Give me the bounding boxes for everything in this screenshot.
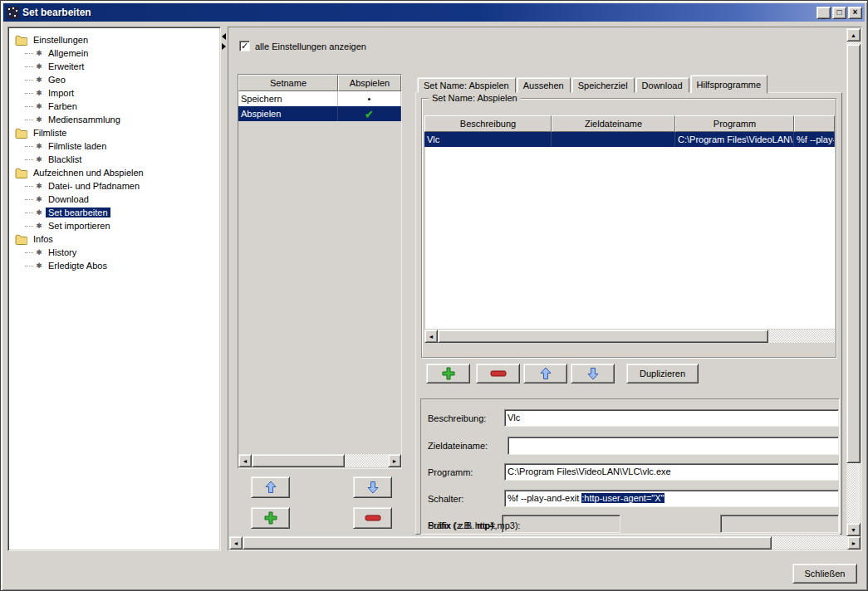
tree-label: Mediensammlung [46,115,123,125]
plus-icon [263,510,278,525]
program-move-up-button[interactable] [523,364,567,383]
set-row-abspielen[interactable]: Abspielen ✔ [238,106,401,121]
scrollbar-thumb[interactable] [846,44,861,463]
tab-download[interactable]: Download [635,77,689,93]
tree-label: Infos [31,234,56,244]
folder-icon [15,234,27,245]
scrollbar-thumb[interactable] [438,330,768,343]
column-header-setname[interactable]: Setname [238,75,338,91]
tree-node-allgemein[interactable]: ✱Allgemein [12,46,217,60]
set-move-down-button[interactable] [353,476,392,498]
main-hscrollbar[interactable]: ◄ ► [229,536,861,549]
tree-label: Erledigte Abos [46,261,110,271]
show-all-settings-checkbox[interactable]: ✓ [239,41,250,51]
titlebar[interactable]: Set bearbeiten _ □ × [3,3,865,22]
tree-node-filmliste-laden[interactable]: ✱Filmliste laden [12,139,217,153]
tree-node-geo[interactable]: ✱Geo [12,73,217,86]
scroll-up-icon[interactable]: ▲ [846,28,861,42]
column-header-zieldateiname[interactable]: Zieldateiname [552,115,675,132]
column-header-extra[interactable] [794,115,835,132]
program-table-empty-area [424,147,835,329]
schalter-label: Schalter: [428,494,463,504]
tab-set-name-abspielen[interactable]: Set Name: Abspielen [417,77,516,93]
splitter-collapse-left-icon[interactable] [222,33,226,40]
schalter-input[interactable]: %f --play-and-exit :http-user-agent="X" [504,490,839,507]
scroll-down-icon[interactable]: ▼ [846,523,861,536]
beschreibung-input[interactable]: Vlc [504,409,839,427]
program-form: Beschreibung: Vlc Zieldateiname: Program… [420,398,840,535]
tree-node-download[interactable]: ✱Download [12,193,217,206]
program-remove-button[interactable] [476,364,520,383]
scrollbar-thumb[interactable] [252,454,345,467]
set-table-empty-area [238,121,401,454]
set-table-hscrollbar[interactable]: ◄ ► [238,454,401,467]
set-add-button[interactable] [251,507,290,529]
tree-label: Datei- und Pfadnamen [46,181,142,191]
scroll-left-icon[interactable]: ◄ [238,454,252,467]
program-table-hscrollbar[interactable]: ◄ [424,330,835,343]
maximize-icon: □ [836,8,841,17]
tree-label: Allgemein [46,48,91,58]
schliessen-button[interactable]: Schließen [792,564,857,584]
program-move-down-button[interactable] [571,364,615,383]
tree-node-farben[interactable]: ✱Farben [12,100,217,113]
splitter-handle[interactable] [221,27,228,551]
column-header-programm[interactable]: Programm [675,115,794,132]
tree-node-import[interactable]: ✱Import [12,86,217,100]
main-vscrollbar[interactable]: ▲ ▼ [846,28,861,536]
scroll-right-icon[interactable]: ► [847,536,861,549]
node-bullet-icon: ✱ [34,142,44,150]
tree-label: Filmliste laden [46,141,109,151]
arrow-up-icon [539,367,552,380]
tree-node-set-importieren[interactable]: ✱Set importieren [12,219,217,232]
tab-speicherziel[interactable]: Speicherziel [571,77,635,93]
plus-icon [441,366,456,381]
minus-icon [365,514,381,522]
set-move-up-button[interactable] [251,476,290,498]
node-bullet-icon: ✱ [34,208,44,217]
node-bullet-icon: ✱ [34,62,44,71]
maximize-button[interactable]: □ [832,7,846,19]
tree-node-einstellungen[interactable]: Einstellungen [12,33,217,46]
column-header-beschreibung[interactable]: Beschreibung [424,115,552,132]
duplicate-button[interactable]: Duplizieren [626,364,699,383]
node-bullet-icon: ✱ [34,115,44,124]
zieldateiname-input[interactable] [508,437,839,455]
set-name-cell: Speichern [238,91,338,106]
column-header-abspielen[interactable]: Abspielen [338,75,401,91]
dialog-set-bearbeiten: Set bearbeiten _ □ × Einstellungen ✱Allg… [0,0,868,591]
minimize-button[interactable]: _ [817,7,831,19]
tab-aussehen[interactable]: Aussehen [517,77,571,93]
programm-input[interactable]: C:\Program Files\VideoLAN\VLC\vlc.exe [504,463,839,481]
splitter-collapse-right-icon[interactable] [222,43,226,50]
tree-node-set-bearbeiten[interactable]: ✱Set bearbeiten [12,206,217,219]
set-row-speichern[interactable]: Speichern • [238,91,401,106]
tree-node-mediensammlung[interactable]: ✱Mediensammlung [12,113,217,126]
close-button[interactable]: × [848,7,862,19]
window-title: Set bearbeiten [22,7,91,18]
scroll-left-icon[interactable]: ◄ [424,330,438,343]
programm-label: Programm: [428,467,473,477]
set-remove-button[interactable] [353,507,392,529]
tree-node-history[interactable]: ✱History [12,246,217,259]
app-icon [7,7,19,19]
program-zieldateiname-cell [552,132,675,147]
program-add-button[interactable] [426,364,470,383]
suffix-label: Suffix ( z.B. mp4,mp3): [428,520,521,530]
tree-node-datei-pfadnamen[interactable]: ✱Datei- und Pfadnamen [12,179,217,193]
scroll-right-icon[interactable]: ► [388,454,401,467]
tree-node-erledigte-abos[interactable]: ✱Erledigte Abos [12,259,217,272]
main-panel: ✓ alle Einstellungen anzeigen Setname Ab… [228,27,862,551]
set-list-table: Setname Abspielen Speichern • Abspielen … [238,74,402,469]
scrollbar-thumb[interactable] [243,536,772,549]
program-row-vlc[interactable]: Vlc C:\Program Files\VideoLAN\... %f --p… [424,132,835,147]
arrow-down-icon [366,481,380,494]
tree-node-erweitert[interactable]: ✱Erweitert [12,60,217,73]
tab-hilfsprogramme[interactable]: Hilfsprogramme [690,75,768,94]
tree-node-blacklist[interactable]: ✱Blacklist [12,153,217,166]
groupbox-title: Set Name: Abspielen [429,93,521,103]
tree-node-infos[interactable]: Infos [12,232,217,246]
tree-node-aufzeichnen[interactable]: Aufzeichnen und Abspielen [12,166,217,179]
tree-node-filmliste[interactable]: Filmliste [12,126,217,139]
scroll-left-icon[interactable]: ◄ [229,536,243,549]
